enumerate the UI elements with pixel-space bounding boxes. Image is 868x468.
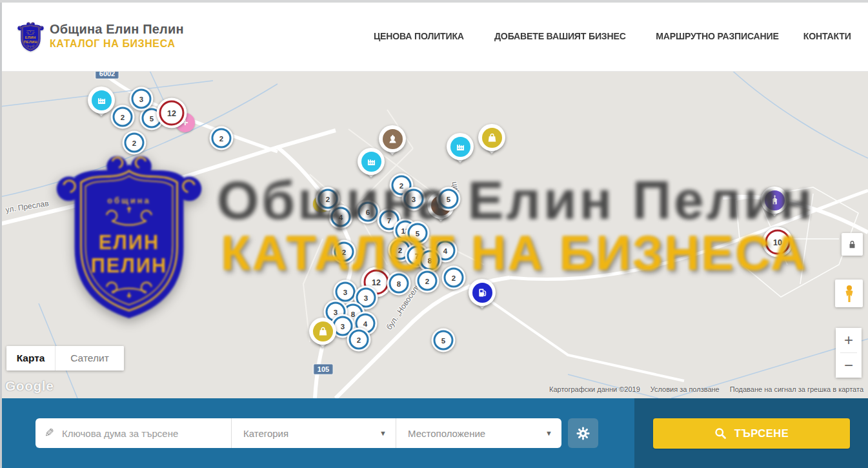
satellite-view-button[interactable]: Сателит — [56, 346, 124, 371]
chevron-down-icon: ▼ — [545, 429, 552, 437]
pegman-icon — [841, 284, 858, 303]
location-select-label: Местоположение — [408, 428, 485, 439]
brand[interactable]: Община Елин Пелин КАТАЛОГ НА БИЗНЕСА — [17, 19, 184, 53]
fullscreen-lock-button[interactable] — [842, 233, 863, 256]
zoom-in-button[interactable]: + — [836, 328, 862, 352]
main-nav: ЦЕНОВА ПОЛИТИКА ДОБАВЕТЕ ВАШИЯТ БИЗНЕС М… — [368, 30, 851, 41]
padlock-icon — [845, 238, 859, 252]
site-header: Община Елин Пелин КАТАЛОГ НА БИЗНЕСА ЦЕН… — [0, 0, 868, 72]
site-title: Община Елин Пелин — [50, 22, 184, 37]
map-marker-cluster[interactable]: 2 — [210, 127, 234, 150]
road-shield-label: 105 — [314, 364, 333, 374]
search-button-label: ТЪРСЕНЕ — [734, 427, 789, 440]
nav-contacts[interactable]: КОНТАКТИ — [803, 30, 851, 41]
map-canvas[interactable]: 6002105ул. Преславбул. „Новоселци“ци“ 2+… — [0, 71, 868, 398]
map-marker-pin-factory[interactable] — [88, 86, 115, 114]
map-marker-cluster[interactable]: 2 — [111, 105, 135, 129]
keyword-search-input[interactable] — [61, 427, 231, 440]
map-marker-cluster[interactable]: 3 — [130, 87, 154, 111]
site-subtitle: КАТАЛОГ НА БИЗНЕСА — [50, 38, 184, 50]
google-logo[interactable]: Google — [5, 378, 54, 394]
map-data-copyright: Картографски данни ©2019 — [549, 385, 640, 393]
map-marker-cluster[interactable]: 5 — [432, 329, 456, 352]
zoom-control: + − — [836, 328, 862, 378]
map-marker-cluster[interactable]: 12 — [157, 98, 187, 128]
chevron-down-icon: ▼ — [379, 429, 387, 437]
watermark-subtitle: КАТАЛОГ НА БИЗНЕСА — [221, 225, 807, 281]
advanced-settings-gear-button[interactable] — [568, 418, 598, 448]
watermark-crest — [55, 139, 203, 325]
municipality-crest-logo — [17, 19, 44, 53]
street-view-pegman-button[interactable] — [835, 280, 863, 307]
map-marker-pin-factory[interactable] — [447, 133, 474, 160]
nav-route-schedule[interactable]: МАРШРУТНО РАЗПИСАНИЕ — [656, 30, 779, 41]
gear-icon — [576, 426, 590, 441]
map-marker-pin-bag[interactable] — [478, 124, 505, 151]
keyword-field-wrap: ✎ — [35, 418, 232, 448]
nav-pricing-policy[interactable]: ЦЕНОВА ПОЛИТИКА — [374, 30, 464, 41]
map-marker-cluster[interactable]: 2 — [347, 328, 371, 352]
map-marker-pin-fuel[interactable] — [469, 279, 496, 306]
search-bar-left: ✎ Категория ▼ Местоположение ▼ — [0, 398, 634, 468]
watermark-title: Община Елин Пелин — [217, 169, 814, 232]
location-select[interactable]: Местоположение ▼ — [396, 418, 561, 448]
search-bar: ✎ Категория ▼ Местоположение ▼ — [0, 398, 868, 468]
terms-of-use-link[interactable]: Условия за ползване — [651, 385, 720, 393]
map-attribution: Картографски данни ©2019 Условия за полз… — [549, 385, 863, 393]
map-type-control: Карта Сателит — [6, 346, 124, 371]
nav-add-your-business[interactable]: ДОБАВЕТЕ ВАШИЯТ БИЗНЕС — [494, 30, 626, 41]
pencil-icon: ✎ — [45, 426, 54, 440]
search-input-group: ✎ Категория ▼ Местоположение ▼ — [35, 418, 561, 448]
search-button[interactable]: ТЪРСЕНЕ — [653, 418, 850, 449]
category-select[interactable]: Категория ▼ — [232, 418, 396, 448]
map-view-button[interactable]: Карта — [6, 346, 56, 371]
zoom-out-button[interactable]: − — [836, 353, 862, 378]
map-marker-pin-bag[interactable] — [309, 318, 336, 345]
report-map-error-link[interactable]: Подаване на сигнал за грешка в картата — [730, 385, 863, 393]
search-bar-right: ТЪРСЕНЕ — [634, 398, 868, 468]
category-select-label: Категория — [243, 428, 288, 439]
search-icon — [714, 427, 727, 440]
road-shield-label: 6002 — [96, 71, 119, 79]
brand-text: Община Елин Пелин КАТАЛОГ НА БИЗНЕСА — [50, 22, 184, 50]
